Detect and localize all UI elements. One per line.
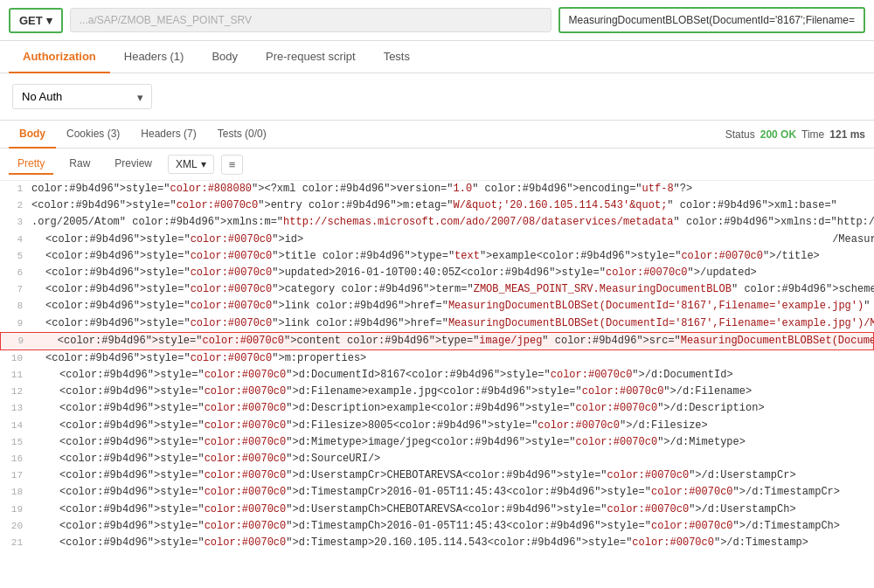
line-content: <color:#9b4d96">style="color:#0070c0">ti…: [31, 248, 874, 265]
line-number: 11: [0, 367, 31, 384]
code-line-13: 13<color:#9b4d96">style="color:#0070c0">…: [0, 400, 874, 417]
resp-tab-cookies[interactable]: Cookies (3): [56, 121, 130, 149]
line-content: <color:#9b4d96">style="color:#0070c0">d:…: [31, 400, 874, 417]
tab-headers[interactable]: Headers (1): [110, 41, 198, 73]
code-line-17: 17<color:#9b4d96">style="color:#0070c0">…: [0, 467, 874, 484]
time-value: 121 ms: [829, 128, 865, 141]
status-area: Status 200 OK Time 121 ms: [725, 128, 865, 141]
tab-body[interactable]: Body: [198, 41, 252, 73]
line-content: <color:#9b4d96">style="color:#0070c0">m:…: [31, 350, 874, 367]
line-number: 7: [0, 281, 31, 298]
format-bar: Pretty Raw Preview XML ▾ ≡: [0, 149, 874, 181]
code-line-5: 6<color:#9b4d96">style="color:#0070c0">u…: [0, 265, 874, 281]
line-content: <color:#9b4d96">style="color:#0070c0">en…: [31, 197, 874, 214]
tab-tests[interactable]: Tests: [370, 41, 424, 73]
code-line-3: 4<color:#9b4d96">style="color:#0070c0">i…: [0, 232, 874, 248]
resp-tab-body[interactable]: Body: [9, 121, 56, 149]
line-content: <color:#9b4d96">style="color:#0070c0">d:…: [31, 484, 874, 501]
code-line-7: 8<color:#9b4d96">style="color:#0070c0">l…: [0, 298, 874, 315]
line-content: <color:#9b4d96">style="color:#0070c0">d:…: [31, 367, 874, 384]
line-number: 17: [0, 467, 31, 484]
line-number: 5: [0, 248, 31, 265]
line-content: <color:#9b4d96">style="color:#0070c0">/m…: [31, 551, 874, 552]
line-number: 20: [0, 518, 31, 535]
code-line-0: 1color:#9b4d96">style="color:#808080"><?…: [0, 181, 874, 197]
line-number: 13: [0, 400, 31, 417]
line-content: <color:#9b4d96">style="color:#0070c0">co…: [32, 333, 873, 349]
line-number: 6: [0, 265, 31, 281]
line-number: 10: [0, 350, 31, 367]
method-chevron: ▾: [46, 14, 52, 27]
url-left[interactable]: ...a/SAP/ZMOB_MEAS_POINT_SRV: [70, 8, 551, 32]
tab-authorization[interactable]: Authorization: [9, 41, 110, 73]
auth-dropdown[interactable]: No Auth: [12, 84, 152, 109]
line-content: <color:#9b4d96">style="color:#0070c0">d:…: [31, 518, 874, 535]
line-content: <color:#9b4d96">style="color:#0070c0">up…: [31, 265, 874, 281]
code-line-2: 3.org/2005/Atom" color:#9b4d96">xmlns:m=…: [0, 214, 874, 231]
resp-tab-tests[interactable]: Tests (0/0): [207, 121, 277, 149]
line-content: <color:#9b4d96">style="color:#0070c0">li…: [31, 315, 874, 332]
line-number: 9: [0, 315, 31, 332]
line-content: <color:#9b4d96">style="color:#0070c0">li…: [31, 298, 874, 315]
line-content: .org/2005/Atom" color:#9b4d96">xmlns:m="…: [31, 214, 874, 231]
code-line-4: 5<color:#9b4d96">style="color:#0070c0">t…: [0, 248, 874, 265]
line-content: <color:#9b4d96">style="color:#0070c0">ca…: [31, 281, 874, 298]
line-content: color:#9b4d96">style="color:#808080"><?x…: [31, 181, 874, 197]
code-line-6: 7<color:#9b4d96">style="color:#0070c0">c…: [0, 281, 874, 298]
response-tabs: Body Cookies (3) Headers (7) Tests (0/0)…: [0, 121, 874, 149]
code-line-15: 15<color:#9b4d96">style="color:#0070c0">…: [0, 434, 874, 451]
preview-button[interactable]: Preview: [106, 154, 161, 175]
code-line-18: 18<color:#9b4d96">style="color:#0070c0">…: [0, 484, 874, 501]
line-number: 18: [0, 484, 31, 501]
code-line-12: 12<color:#9b4d96">style="color:#0070c0">…: [0, 384, 874, 400]
line-number: 12: [0, 384, 31, 400]
line-number: 3: [0, 214, 31, 231]
code-line-16: 16<color:#9b4d96">style="color:#0070c0">…: [0, 451, 874, 467]
line-number: 9: [1, 333, 32, 349]
line-content: <color:#9b4d96">style="color:#0070c0">d:…: [31, 384, 874, 400]
format-label: XML: [176, 158, 198, 170]
code-line-22: 22<color:#9b4d96">style="color:#0070c0">…: [0, 551, 874, 552]
line-content: <color:#9b4d96">style="color:#0070c0">d:…: [31, 451, 874, 467]
line-content: <color:#9b4d96">style="color:#0070c0">d:…: [31, 502, 874, 518]
code-line-10: 10<color:#9b4d96">style="color:#0070c0">…: [0, 350, 874, 367]
auth-dropdown-wrap: No Auth: [12, 84, 152, 109]
code-line-20: 20<color:#9b4d96">style="color:#0070c0">…: [0, 518, 874, 535]
status-label: Status: [725, 128, 755, 141]
code-line-21: 21<color:#9b4d96">style="color:#0070c0">…: [0, 535, 874, 551]
pretty-button[interactable]: Pretty: [9, 154, 53, 175]
code-line-11: 11<color:#9b4d96">style="color:#0070c0">…: [0, 367, 874, 384]
line-number: 8: [0, 298, 31, 315]
line-content: <color:#9b4d96">style="color:#0070c0">d:…: [31, 535, 874, 551]
line-content: <color:#9b4d96">style="color:#0070c0">d:…: [31, 467, 874, 484]
line-number: 4: [0, 232, 31, 248]
line-content: <color:#9b4d96">style="color:#0070c0">d:…: [31, 434, 874, 451]
code-line-14: 14<color:#9b4d96">style="color:#0070c0">…: [0, 418, 874, 434]
line-number: 1: [0, 181, 31, 197]
resp-tab-headers[interactable]: Headers (7): [130, 121, 206, 149]
tab-pre-request[interactable]: Pre-request script: [252, 41, 370, 73]
line-number: 15: [0, 434, 31, 451]
method-label: GET: [19, 14, 43, 27]
format-chevron: ▾: [201, 158, 206, 170]
code-line-19: 19<color:#9b4d96">style="color:#0070c0">…: [0, 502, 874, 518]
request-tabs: Authorization Headers (1) Body Pre-reque…: [0, 41, 874, 73]
line-number: 19: [0, 502, 31, 518]
url-right[interactable]: MeasuringDocumentBLOBSet(DocumentId='816…: [558, 7, 865, 33]
line-number: 2: [0, 197, 31, 214]
wrap-button[interactable]: ≡: [221, 155, 244, 175]
raw-button[interactable]: Raw: [60, 154, 99, 175]
line-number: 21: [0, 535, 31, 551]
format-dropdown[interactable]: XML ▾: [168, 155, 214, 174]
method-button[interactable]: GET ▾: [9, 8, 63, 33]
code-line-9: 9 <color:#9b4d96">style="color:#0070c0">…: [0, 332, 874, 350]
line-number: 14: [0, 418, 31, 434]
line-number: 22: [0, 551, 31, 552]
line-content: <color:#9b4d96">style="color:#0070c0">id…: [31, 232, 874, 248]
auth-section: No Auth: [0, 73, 874, 121]
code-area[interactable]: 1color:#9b4d96">style="color:#808080"><?…: [0, 181, 874, 552]
status-value: 200 OK: [760, 128, 796, 141]
time-label: Time: [801, 128, 824, 141]
code-line-8: 9<color:#9b4d96">style="color:#0070c0">l…: [0, 315, 874, 332]
line-content: <color:#9b4d96">style="color:#0070c0">d:…: [31, 418, 874, 434]
